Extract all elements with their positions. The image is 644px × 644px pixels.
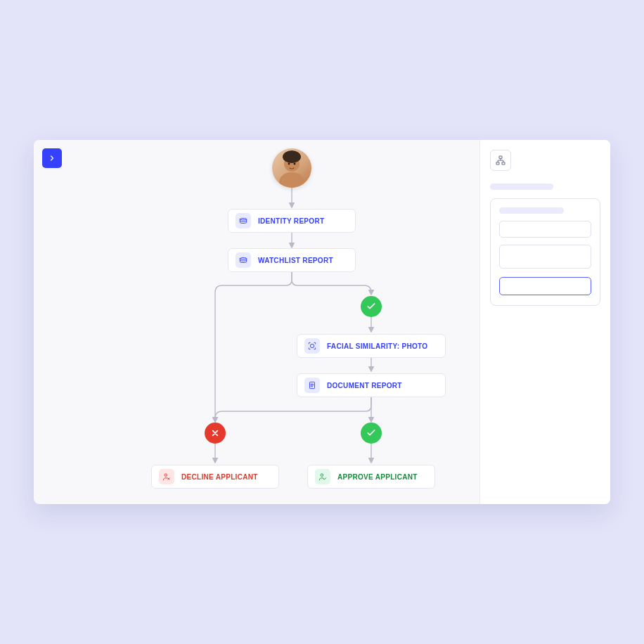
inspector-textarea[interactable]	[499, 245, 591, 269]
document-icon	[304, 378, 320, 393]
inspector-field-placeholder	[499, 207, 564, 214]
view-mode-button[interactable]	[490, 150, 511, 171]
x-icon	[210, 427, 221, 439]
svg-point-7	[165, 474, 167, 477]
svg-rect-9	[499, 156, 502, 158]
svg-point-8	[321, 474, 323, 477]
report-icon	[236, 252, 251, 268]
inspector-title-placeholder	[490, 183, 553, 190]
inspector-input[interactable]	[499, 221, 591, 238]
inspector-primary-button[interactable]	[499, 277, 591, 295]
expand-sidebar-button[interactable]	[42, 148, 62, 168]
svg-point-5	[310, 344, 314, 347]
step-decline-applicant[interactable]: DECLINE APPLICANT	[151, 465, 279, 489]
check-icon	[366, 427, 377, 439]
applicant-avatar	[272, 148, 311, 188]
decision-pass	[361, 423, 382, 444]
app-window: IDENTITY REPORT WATCHLIST REPORT FACIAL …	[34, 140, 610, 504]
decision-fail	[205, 423, 226, 444]
step-label: DOCUMENT REPORT	[327, 382, 402, 389]
step-label: IDENTITY REPORT	[258, 217, 324, 225]
step-label: APPROVE APPLICANT	[337, 473, 418, 481]
chevron-right-icon	[48, 154, 56, 162]
svg-rect-11	[502, 162, 505, 165]
svg-rect-10	[496, 162, 499, 165]
user-x-icon	[159, 469, 174, 484]
step-facial-similarity[interactable]: FACIAL SIMILARITY: PHOTO	[297, 334, 446, 358]
svg-point-4	[294, 163, 296, 165]
decision-pass	[361, 296, 382, 317]
svg-point-2	[283, 150, 301, 163]
step-watchlist-report[interactable]: WATCHLIST REPORT	[228, 248, 356, 272]
step-identity-report[interactable]: IDENTITY REPORT	[228, 209, 356, 233]
step-approve-applicant[interactable]: APPROVE APPLICANT	[307, 465, 435, 489]
step-document-report[interactable]: DOCUMENT REPORT	[297, 373, 446, 397]
step-label: WATCHLIST REPORT	[258, 257, 333, 264]
check-icon	[366, 301, 377, 312]
inspector-card	[490, 198, 600, 306]
workflow-canvas[interactable]: IDENTITY REPORT WATCHLIST REPORT FACIAL …	[34, 140, 479, 504]
svg-point-3	[288, 163, 290, 165]
user-check-icon	[315, 469, 330, 484]
report-icon	[236, 213, 251, 228]
face-scan-icon	[304, 338, 320, 354]
flow-edges	[34, 140, 479, 504]
step-label: DECLINE APPLICANT	[181, 473, 258, 481]
svg-point-1	[279, 172, 304, 188]
sitemap-icon	[495, 155, 506, 166]
inspector-panel	[479, 140, 610, 504]
step-label: FACIAL SIMILARITY: PHOTO	[327, 342, 427, 350]
